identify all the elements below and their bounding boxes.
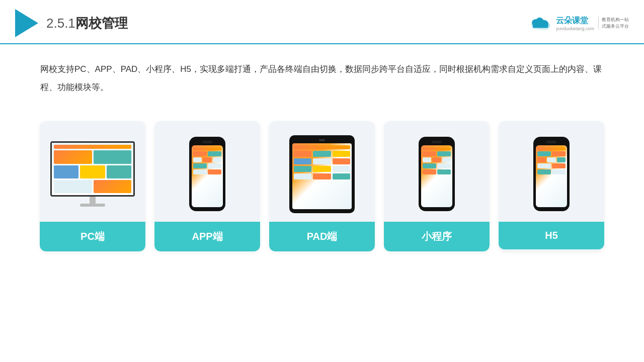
header: 2.5.1网校管理 云朵课堂 yunduoketang.com 教育机构一站 式…: [0, 0, 644, 44]
phone-notch: [202, 141, 212, 143]
tablet-home-button: [319, 139, 325, 141]
card-app-image: [154, 121, 260, 222]
monitor-mockup: [50, 141, 135, 207]
card-pad: PAD端: [269, 121, 375, 251]
cloud-icon: [529, 15, 553, 31]
card-pc-label: PC端: [40, 222, 145, 251]
header-left: 2.5.1网校管理: [15, 9, 128, 37]
tablet-mockup: [289, 135, 355, 213]
brand-info: 云朵课堂 yunduoketang.com: [556, 16, 594, 31]
card-miniapp: 小程序: [384, 121, 490, 251]
brand-logo: 云朵课堂 yunduoketang.com 教育机构一站 式服务云平台: [529, 15, 629, 31]
tablet-screen: [292, 143, 352, 209]
page-title: 2.5.1网校管理: [46, 15, 128, 32]
card-pad-label: PAD端: [269, 222, 375, 251]
title-main: 网校管理: [75, 16, 128, 31]
monitor-screen: [50, 141, 135, 197]
card-miniapp-image: [384, 121, 490, 222]
card-pc-image: [40, 121, 145, 222]
phone-notch-3: [546, 141, 556, 143]
card-h5-label: H5: [499, 222, 604, 249]
phone-notch-2: [432, 141, 442, 143]
cards-section: PC端: [0, 111, 644, 261]
brand-name: 云朵课堂: [556, 16, 594, 26]
card-app-label: APP端: [154, 222, 260, 251]
card-h5-image: [499, 121, 604, 222]
card-pad-image: [269, 121, 375, 222]
brand-url: yunduoketang.com: [556, 26, 594, 31]
card-pc: PC端: [40, 121, 145, 251]
phone-mockup-app: [189, 137, 225, 211]
svg-rect-9: [533, 24, 548, 28]
brand-slogan: 教育机构一站 式服务云平台: [598, 17, 629, 29]
card-app: APP端: [154, 121, 260, 251]
title-prefix: 2.5.1: [46, 16, 75, 31]
phone-screen-2: [421, 145, 452, 207]
monitor-base: [80, 204, 105, 207]
phone-screen: [192, 145, 223, 207]
svg-point-8: [536, 18, 543, 24]
logo-triangle-icon: [15, 9, 38, 37]
description-text: 网校支持PC、APP、PAD、小程序、H5，实现多端打通，产品各终端自由切换，数…: [0, 44, 644, 106]
phone-mockup-h5: [533, 137, 570, 211]
card-h5: H5: [499, 121, 604, 251]
card-miniapp-label: 小程序: [384, 222, 490, 251]
phone-screen-3: [536, 145, 567, 207]
monitor-neck: [90, 197, 96, 204]
phone-mockup-miniapp: [419, 137, 455, 211]
